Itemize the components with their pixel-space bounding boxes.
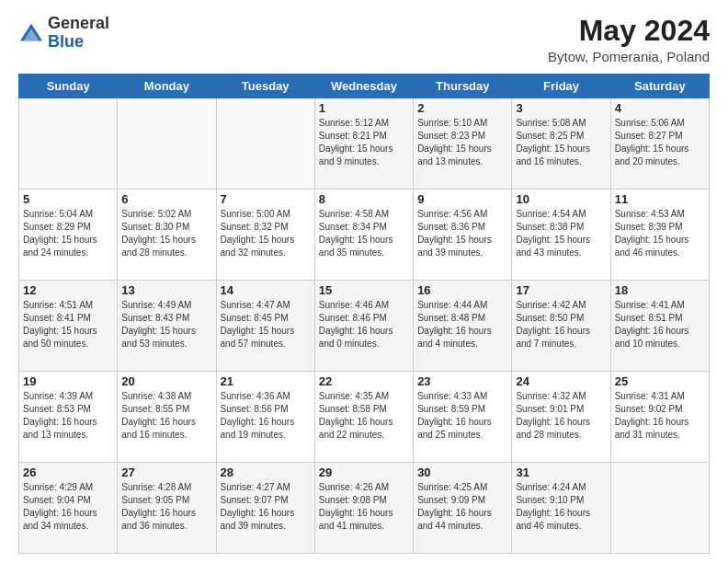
day-number: 24	[516, 374, 606, 388]
table-row: 9 Sunrise: 4:56 AMSunset: 8:36 PMDayligh…	[414, 190, 512, 281]
day-info: Sunrise: 4:27 AMSunset: 9:07 PMDaylight:…	[221, 482, 295, 531]
table-row	[118, 98, 216, 190]
table-row: 25 Sunrise: 4:31 AMSunset: 9:02 PMDaylig…	[610, 372, 709, 463]
table-row	[216, 98, 314, 190]
day-number: 6	[121, 192, 211, 206]
table-row: 29 Sunrise: 4:26 AMSunset: 9:08 PMDaylig…	[314, 463, 413, 554]
table-row: 12 Sunrise: 4:51 AMSunset: 8:41 PMDaylig…	[19, 281, 118, 372]
logo-blue: Blue	[48, 32, 84, 51]
day-info: Sunrise: 4:26 AMSunset: 9:08 PMDaylight:…	[319, 482, 393, 531]
day-number: 17	[516, 283, 606, 297]
day-info: Sunrise: 4:31 AMSunset: 9:02 PMDaylight:…	[615, 391, 689, 440]
day-info: Sunrise: 4:42 AMSunset: 8:50 PMDaylight:…	[516, 300, 590, 349]
day-number: 19	[23, 374, 113, 388]
table-row: 22 Sunrise: 4:35 AMSunset: 8:58 PMDaylig…	[314, 372, 413, 463]
day-number: 20	[121, 374, 211, 388]
day-info: Sunrise: 4:49 AMSunset: 8:43 PMDaylight:…	[121, 300, 196, 349]
day-number: 23	[417, 374, 507, 388]
subtitle: Bytow, Pomerania, Poland	[548, 49, 710, 64]
table-row: 14 Sunrise: 4:47 AMSunset: 8:45 PMDaylig…	[216, 281, 314, 372]
day-number: 21	[221, 374, 311, 388]
day-info: Sunrise: 4:38 AMSunset: 8:55 PMDaylight:…	[121, 391, 196, 440]
day-info: Sunrise: 4:24 AMSunset: 9:10 PMDaylight:…	[516, 482, 590, 531]
day-number: 8	[319, 192, 409, 206]
day-number: 25	[615, 374, 705, 388]
table-row	[19, 98, 118, 190]
day-number: 31	[516, 465, 606, 479]
table-row: 16 Sunrise: 4:44 AMSunset: 8:48 PMDaylig…	[414, 281, 512, 372]
table-row: 23 Sunrise: 4:33 AMSunset: 8:59 PMDaylig…	[414, 372, 512, 463]
day-info: Sunrise: 4:39 AMSunset: 8:53 PMDaylight:…	[23, 391, 97, 440]
day-info: Sunrise: 4:32 AMSunset: 9:01 PMDaylight:…	[516, 391, 590, 440]
day-number: 14	[221, 283, 311, 297]
table-row	[610, 463, 709, 554]
calendar-page: General Blue May 2024 Bytow, Pomerania, …	[0, 0, 728, 563]
day-number: 11	[615, 192, 705, 206]
table-row: 2 Sunrise: 5:10 AMSunset: 8:23 PMDayligh…	[414, 98, 512, 190]
day-number: 7	[221, 192, 311, 206]
table-row: 17 Sunrise: 4:42 AMSunset: 8:50 PMDaylig…	[512, 281, 610, 372]
header-thursday: Thursday	[414, 75, 512, 98]
logo-text: General Blue	[48, 15, 109, 52]
table-row: 28 Sunrise: 4:27 AMSunset: 9:07 PMDaylig…	[216, 463, 314, 554]
table-row: 30 Sunrise: 4:25 AMSunset: 9:09 PMDaylig…	[414, 463, 512, 554]
logo-general: General	[48, 14, 109, 32]
day-info: Sunrise: 4:51 AMSunset: 8:41 PMDaylight:…	[23, 300, 97, 349]
day-info: Sunrise: 5:04 AMSunset: 8:29 PMDaylight:…	[23, 209, 97, 258]
header-sunday: Sunday	[19, 75, 118, 98]
day-number: 30	[417, 465, 507, 479]
table-row: 24 Sunrise: 4:32 AMSunset: 9:01 PMDaylig…	[512, 372, 610, 463]
header: General Blue May 2024 Bytow, Pomerania, …	[18, 15, 710, 64]
day-number: 18	[615, 283, 705, 297]
day-number: 12	[23, 283, 113, 297]
table-row: 20 Sunrise: 4:38 AMSunset: 8:55 PMDaylig…	[118, 372, 216, 463]
day-number: 22	[319, 374, 409, 388]
header-tuesday: Tuesday	[216, 75, 314, 98]
table-row: 4 Sunrise: 5:06 AMSunset: 8:27 PMDayligh…	[610, 98, 709, 190]
day-info: Sunrise: 4:53 AMSunset: 8:39 PMDaylight:…	[615, 209, 689, 258]
day-info: Sunrise: 5:00 AMSunset: 8:32 PMDaylight:…	[221, 209, 295, 258]
calendar-week-row: 26 Sunrise: 4:29 AMSunset: 9:04 PMDaylig…	[19, 463, 710, 554]
day-number: 4	[615, 101, 705, 115]
day-number: 1	[319, 101, 409, 115]
day-number: 13	[121, 283, 211, 297]
day-info: Sunrise: 5:06 AMSunset: 8:27 PMDaylight:…	[615, 118, 689, 167]
header-monday: Monday	[118, 75, 216, 98]
table-row: 5 Sunrise: 5:04 AMSunset: 8:29 PMDayligh…	[19, 190, 118, 281]
day-info: Sunrise: 5:08 AMSunset: 8:25 PMDaylight:…	[516, 118, 590, 167]
header-saturday: Saturday	[610, 75, 709, 98]
day-info: Sunrise: 4:46 AMSunset: 8:46 PMDaylight:…	[319, 300, 393, 349]
day-number: 9	[417, 192, 507, 206]
table-row: 26 Sunrise: 4:29 AMSunset: 9:04 PMDaylig…	[19, 463, 118, 554]
day-number: 28	[221, 465, 311, 479]
logo-icon	[18, 20, 44, 46]
calendar-table: Sunday Monday Tuesday Wednesday Thursday…	[18, 74, 710, 554]
day-info: Sunrise: 5:02 AMSunset: 8:30 PMDaylight:…	[121, 209, 196, 258]
day-number: 16	[417, 283, 507, 297]
calendar-header-row: Sunday Monday Tuesday Wednesday Thursday…	[19, 75, 710, 98]
table-row: 1 Sunrise: 5:12 AMSunset: 8:21 PMDayligh…	[314, 98, 413, 190]
table-row: 21 Sunrise: 4:36 AMSunset: 8:56 PMDaylig…	[216, 372, 314, 463]
main-title: May 2024	[548, 15, 710, 47]
table-row: 19 Sunrise: 4:39 AMSunset: 8:53 PMDaylig…	[19, 372, 118, 463]
day-info: Sunrise: 4:41 AMSunset: 8:51 PMDaylight:…	[615, 300, 689, 349]
table-row: 7 Sunrise: 5:00 AMSunset: 8:32 PMDayligh…	[216, 190, 314, 281]
day-info: Sunrise: 4:54 AMSunset: 8:38 PMDaylight:…	[516, 209, 590, 258]
day-number: 27	[121, 465, 211, 479]
day-info: Sunrise: 4:44 AMSunset: 8:48 PMDaylight:…	[417, 300, 492, 349]
day-number: 10	[516, 192, 606, 206]
table-row: 15 Sunrise: 4:46 AMSunset: 8:46 PMDaylig…	[314, 281, 413, 372]
day-number: 5	[23, 192, 113, 206]
table-row: 18 Sunrise: 4:41 AMSunset: 8:51 PMDaylig…	[610, 281, 709, 372]
day-info: Sunrise: 4:47 AMSunset: 8:45 PMDaylight:…	[221, 300, 295, 349]
day-info: Sunrise: 5:10 AMSunset: 8:23 PMDaylight:…	[417, 118, 492, 167]
table-row: 3 Sunrise: 5:08 AMSunset: 8:25 PMDayligh…	[512, 98, 610, 190]
day-info: Sunrise: 4:35 AMSunset: 8:58 PMDaylight:…	[319, 391, 393, 440]
day-number: 26	[23, 465, 113, 479]
day-info: Sunrise: 4:58 AMSunset: 8:34 PMDaylight:…	[319, 209, 393, 258]
table-row: 10 Sunrise: 4:54 AMSunset: 8:38 PMDaylig…	[512, 190, 610, 281]
table-row: 13 Sunrise: 4:49 AMSunset: 8:43 PMDaylig…	[118, 281, 216, 372]
day-info: Sunrise: 4:25 AMSunset: 9:09 PMDaylight:…	[417, 482, 492, 531]
day-number: 29	[319, 465, 409, 479]
table-row: 6 Sunrise: 5:02 AMSunset: 8:30 PMDayligh…	[118, 190, 216, 281]
